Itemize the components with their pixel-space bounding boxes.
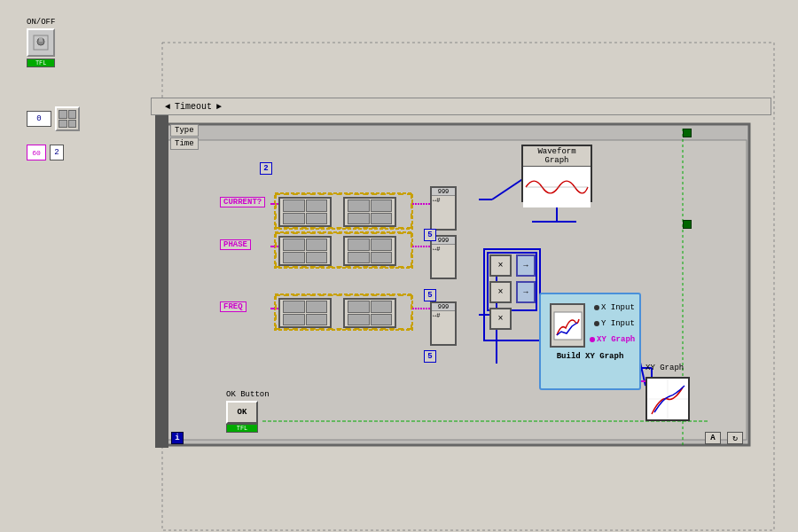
- math-node-2[interactable]: ×: [489, 281, 512, 303]
- waveform-graph[interactable]: Waveform Graph: [521, 145, 592, 202]
- value-display-2[interactable]: 2: [50, 145, 64, 160]
- y-input-dot: [594, 321, 599, 326]
- y-input-label: Y Input: [601, 319, 635, 328]
- tab-type[interactable]: Type: [170, 124, 199, 137]
- case-structure: × × × → →: [483, 248, 541, 341]
- value-display-60[interactable]: 60: [27, 145, 46, 160]
- toolbar-timeout: Timeout: [175, 102, 212, 112]
- control-60: 60 2: [27, 145, 80, 160]
- left-controls: 0 60 2: [27, 106, 80, 160]
- ok-button-label: OK Button: [226, 390, 270, 399]
- control-0: 0: [27, 106, 80, 131]
- value-display-0[interactable]: 0: [27, 111, 51, 127]
- a-badge: A: [705, 432, 721, 444]
- onoff-indicator: TFL: [27, 59, 55, 67]
- ok-button-area: OK Button OK TFL: [226, 390, 270, 433]
- scroll-left-icon[interactable]: ◄: [165, 102, 170, 112]
- math-node-1[interactable]: ×: [489, 254, 512, 277]
- ctrl-cell: [59, 110, 67, 119]
- scroll-indicator-top: [683, 129, 692, 137]
- phase-ctrl-2[interactable]: [343, 236, 396, 266]
- badge-2: 2: [260, 162, 272, 175]
- scroll-indicator-mid: [683, 220, 692, 229]
- build-xy-graph-node[interactable]: Build XY Graph X Input Y Input XY Graph: [539, 293, 641, 390]
- freq-loop: [275, 294, 412, 330]
- xy-graph-display[interactable]: [645, 377, 690, 421]
- arrow-node-1[interactable]: →: [516, 254, 536, 277]
- onoff-button[interactable]: [27, 28, 55, 57]
- xy-graph-output-label: XY Graph: [597, 335, 635, 344]
- phase-label: PHASE: [220, 239, 251, 250]
- func-node-3[interactable]: 999 ↔#: [430, 301, 457, 346]
- panel-left-border: [155, 115, 168, 448]
- y-input-row: Y Input: [594, 319, 635, 328]
- freq-ctrl-1[interactable]: [278, 298, 332, 328]
- current-ctrl-1[interactable]: [278, 197, 332, 227]
- xy-graph-output-row: XY Graph: [590, 335, 635, 344]
- current-loop: [275, 193, 412, 229]
- panel-tabs: Type Time: [170, 124, 199, 150]
- x-input-label: X Input: [601, 303, 635, 312]
- onoff-label: ON/OFF: [27, 18, 55, 27]
- build-xy-icon: [550, 303, 585, 348]
- toolbar: ◄ Timeout ►: [151, 98, 771, 115]
- scroll-right-icon[interactable]: ►: [216, 102, 222, 112]
- freq-label: FREQ: [220, 301, 246, 312]
- x-input-row: X Input: [594, 303, 635, 312]
- xy-graph-title-label: XY Graph: [645, 364, 684, 372]
- build-xy-title: Build XY Graph: [545, 352, 635, 361]
- ctrl-cell: [59, 120, 67, 129]
- current-label: CURRENT?: [220, 197, 265, 207]
- arrow-node-2[interactable]: →: [516, 281, 536, 303]
- ctrl-cell: [68, 110, 77, 119]
- x-input-dot: [594, 305, 599, 310]
- waveform-graph-title: Waveform Graph: [523, 146, 591, 167]
- onoff-control: ON/OFF TFL: [27, 18, 55, 67]
- svg-rect-32: [39, 37, 43, 42]
- ok-button[interactable]: OK: [226, 401, 258, 424]
- waveform-display: [523, 167, 591, 207]
- current-ctrl-2[interactable]: [343, 197, 396, 227]
- func-node-1[interactable]: 999 ↔#: [430, 186, 457, 231]
- xy-output-dot: [590, 337, 595, 342]
- ok-indicator: TFL: [226, 424, 258, 433]
- badge-5a: 5: [424, 229, 436, 241]
- svg-rect-0: [162, 43, 774, 530]
- i-badge: i: [171, 432, 184, 444]
- badge-5c: 5: [424, 350, 436, 363]
- freq-ctrl-2[interactable]: [343, 298, 396, 328]
- run-icon[interactable]: ↻: [727, 432, 743, 444]
- badge-5b: 5: [424, 289, 436, 301]
- tab-time[interactable]: Time: [170, 137, 199, 150]
- phase-ctrl-1[interactable]: [278, 236, 332, 266]
- svg-rect-34: [554, 312, 582, 340]
- ctrl-box-0[interactable]: [55, 106, 80, 131]
- func-node-2[interactable]: 999 ↔#: [430, 235, 457, 279]
- ctrl-cell: [68, 120, 77, 129]
- phase-loop: [275, 232, 412, 268]
- math-node-3[interactable]: ×: [489, 308, 512, 330]
